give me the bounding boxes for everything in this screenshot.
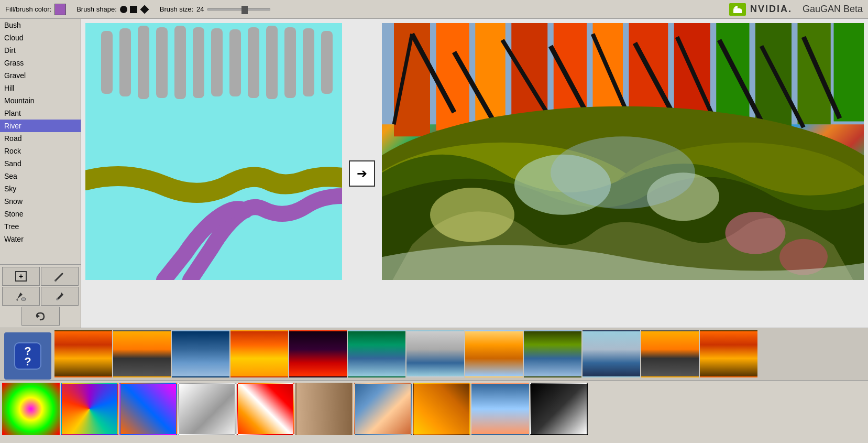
art-thumb-8[interactable] — [413, 383, 470, 435]
drawing-canvas[interactable] — [85, 23, 342, 280]
svg-point-48 — [726, 212, 786, 254]
art-thumb-5[interactable] — [237, 383, 294, 435]
fill-color-section: Fill/brush color: — [5, 4, 66, 15]
label-item-sea[interactable]: Sea — [0, 170, 81, 182]
brush-tool-button[interactable] — [41, 267, 79, 286]
label-item-cloud[interactable]: Cloud — [0, 31, 81, 44]
output-painting-svg — [382, 23, 864, 280]
style-thumb-2[interactable] — [113, 330, 171, 377]
main-area: BushCloudDirtGrassGravelHillMountainPlan… — [0, 19, 868, 328]
style-thumb-11[interactable] — [641, 330, 699, 377]
svg-point-50 — [551, 136, 695, 209]
svg-rect-6 — [119, 28, 131, 96]
bottom-area: ? ? — [0, 328, 868, 443]
svg-line-0 — [56, 274, 62, 280]
art-thumb-4[interactable] — [178, 383, 236, 435]
style-thumb-12[interactable] — [700, 330, 757, 377]
label-item-dirt[interactable]: Dirt — [0, 44, 81, 57]
svg-rect-5 — [101, 31, 113, 94]
svg-marker-4 — [37, 314, 40, 318]
art-thumb-3[interactable] — [119, 383, 177, 435]
svg-rect-7 — [138, 26, 149, 99]
style-thumb-7[interactable] — [406, 330, 464, 377]
art-thumb-10[interactable] — [530, 383, 588, 435]
art-thumb-7[interactable] — [354, 383, 412, 435]
label-item-road[interactable]: Road — [0, 132, 81, 145]
svg-rect-12 — [229, 29, 241, 96]
brush-size-thumb[interactable] — [241, 6, 248, 14]
art-thumb-6[interactable] — [295, 383, 353, 435]
download-output-button[interactable]: ⬇ — [854, 327, 864, 328]
brush-square-shape[interactable] — [130, 6, 137, 13]
label-item-hill[interactable]: Hill — [0, 82, 81, 94]
canvas-area: ⬇ ➔ — [81, 19, 868, 328]
svg-point-47 — [430, 188, 514, 242]
label-item-snow[interactable]: Snow — [0, 195, 81, 208]
style-thumb-1[interactable] — [54, 330, 112, 377]
brush-icon — [54, 271, 65, 282]
label-item-plant[interactable]: Plant — [0, 107, 81, 120]
label-item-gravel[interactable]: Gravel — [0, 69, 81, 82]
nvidia-icon — [729, 3, 746, 16]
label-item-rock[interactable]: Rock — [0, 145, 81, 157]
drawing-svg — [85, 23, 342, 280]
style-thumb-6[interactable] — [348, 330, 405, 377]
tool-buttons: + — [0, 264, 81, 328]
svg-point-3 — [56, 298, 58, 300]
fill-tool-button[interactable] — [2, 287, 40, 306]
nvidia-text: NVIDIA. — [750, 4, 792, 15]
label-item-sand[interactable]: Sand — [0, 157, 81, 170]
svg-rect-9 — [174, 26, 186, 99]
art-thumb-1[interactable] — [2, 383, 60, 435]
output-canvas-wrapper: ⬇ — [382, 23, 864, 323]
style-thumb-8[interactable] — [465, 330, 523, 377]
brush-size-label: Brush size: — [160, 5, 193, 13]
label-item-bush[interactable]: Bush — [0, 19, 81, 31]
eyedropper-icon — [54, 290, 65, 302]
generate-button-area: ➔ — [346, 23, 378, 323]
style-thumbnails-row: ? ? — [0, 328, 868, 381]
style-thumb-3[interactable] — [172, 330, 229, 377]
svg-point-1 — [54, 279, 57, 282]
dice-icon: ? ? — [12, 340, 43, 372]
svg-rect-16 — [303, 28, 314, 96]
label-item-mountain[interactable]: Mountain — [0, 94, 81, 107]
art-thumb-9[interactable] — [471, 383, 529, 435]
svg-rect-14 — [266, 26, 278, 99]
svg-rect-8 — [156, 27, 168, 98]
fill-icon — [15, 290, 27, 302]
label-item-tree[interactable]: Tree — [0, 220, 81, 233]
style-thumb-4[interactable] — [230, 330, 288, 377]
eyedropper-button[interactable] — [41, 287, 79, 306]
svg-rect-10 — [193, 27, 204, 98]
label-item-river[interactable]: River — [0, 120, 81, 132]
random-style-button[interactable]: ? ? — [4, 332, 51, 380]
svg-rect-21 — [475, 23, 506, 124]
output-image — [382, 23, 864, 280]
style-thumb-5[interactable] — [289, 330, 347, 377]
label-item-sky[interactable]: Sky — [0, 182, 81, 195]
toolbar: Fill/brush color: Brush shape: Brush siz… — [0, 0, 868, 19]
drawing-canvas-container[interactable] — [85, 23, 342, 280]
style-thumb-10[interactable] — [583, 330, 640, 377]
brush-size-slider[interactable] — [207, 8, 270, 10]
art-thumbnails-row — [0, 381, 868, 438]
brush-shapes — [120, 5, 149, 14]
label-item-water[interactable]: Water — [0, 233, 81, 245]
color-swatch[interactable] — [54, 4, 66, 15]
svg-rect-15 — [284, 27, 296, 98]
svg-rect-27 — [716, 23, 749, 127]
svg-rect-30 — [834, 23, 864, 122]
brush-circle-shape[interactable] — [120, 6, 127, 13]
fill-label: Fill/brush color: — [5, 5, 51, 13]
undo-button[interactable] — [21, 307, 60, 326]
brush-diamond-shape[interactable] — [140, 5, 149, 14]
style-thumb-9[interactable] — [524, 330, 581, 377]
art-thumb-2[interactable] — [61, 383, 118, 435]
label-item-grass[interactable]: Grass — [0, 57, 81, 69]
svg-rect-13 — [248, 27, 259, 98]
generate-button[interactable]: ➔ — [349, 160, 375, 187]
label-item-stone[interactable]: Stone — [0, 208, 81, 220]
download-drawing-button[interactable]: ⬇ — [333, 327, 342, 328]
new-canvas-button[interactable]: + — [2, 267, 40, 286]
